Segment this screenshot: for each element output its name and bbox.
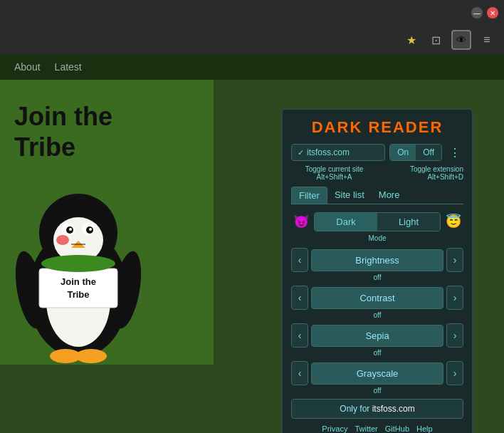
penguin-illustration: Join the Tribe xyxy=(14,165,142,365)
svg-point-9 xyxy=(89,228,92,231)
github-link[interactable]: GitHub xyxy=(385,424,409,433)
popup-title: DARK READER xyxy=(291,118,463,137)
grayscale-row: ‹ Grayscale › xyxy=(291,361,463,385)
twitter-link[interactable]: Twitter xyxy=(355,424,377,433)
brightness-increase-button[interactable]: › xyxy=(446,248,463,272)
mode-dark-button[interactable]: Dark xyxy=(315,213,377,231)
svg-point-12 xyxy=(56,235,69,245)
join-text: Join the Tribe xyxy=(14,101,112,162)
mode-light-button[interactable]: Light xyxy=(377,213,440,231)
grayscale-status: off xyxy=(291,387,463,395)
check-mark: ✓ xyxy=(298,148,304,157)
sepia-decrease-button[interactable]: ‹ xyxy=(291,323,308,348)
site-badge[interactable]: ✓ itsfoss.com xyxy=(291,144,385,161)
extension-toggle-group: On Off xyxy=(389,144,442,161)
contrast-decrease-button[interactable]: ‹ xyxy=(291,286,308,310)
tab-sitelist[interactable]: Site list xyxy=(327,187,372,204)
site-toggle-row: ✓ itsfoss.com On Off ⋮ xyxy=(291,144,463,161)
tab-more[interactable]: More xyxy=(372,187,407,204)
bookmark-icon[interactable]: ★ xyxy=(403,31,420,48)
sepia-status: off xyxy=(291,349,463,357)
penguin-area: Join the Tribe xyxy=(0,80,214,365)
browser-topbar: — ✕ xyxy=(0,0,504,26)
sepia-increase-button[interactable]: › xyxy=(446,323,463,348)
site-toggle-subtitle: Toggle current site Alt+Shift+A xyxy=(291,165,377,181)
brightness-decrease-button[interactable]: ‹ xyxy=(291,248,308,272)
site-navigation: About Latest xyxy=(0,54,504,80)
tabs-row: Filter Site list More xyxy=(291,187,463,204)
menu-icon[interactable]: ≡ xyxy=(478,31,495,48)
ext-toggle-subtitle: Toggle extension Alt+Shift+D xyxy=(377,165,463,181)
close-button[interactable]: ✕ xyxy=(487,7,498,19)
svg-point-20 xyxy=(41,255,115,272)
sepia-row: ‹ Sepia › xyxy=(291,323,463,348)
pocket-icon[interactable]: ⊡ xyxy=(427,31,444,48)
toggle-off-button[interactable]: Off xyxy=(416,145,441,160)
darkreader-extension-icon[interactable]: 👁 xyxy=(451,30,471,50)
only-for-site: itsfoss.com xyxy=(372,404,415,414)
brightness-row: ‹ Brightness › xyxy=(291,248,463,272)
contrast-status: off xyxy=(291,311,463,319)
svg-text:Tribe: Tribe xyxy=(67,289,89,300)
tab-filter[interactable]: Filter xyxy=(291,187,327,204)
darkreader-popup: DARK READER ✓ itsfoss.com On Off ⋮ Toggl… xyxy=(281,108,473,433)
brightness-status: off xyxy=(291,273,463,281)
grayscale-label: Grayscale xyxy=(311,362,443,385)
mode-buttons: Dark Light xyxy=(314,212,441,231)
grayscale-increase-button[interactable]: › xyxy=(446,361,463,385)
sepia-label: Sepia xyxy=(311,325,443,347)
contrast-increase-button[interactable]: › xyxy=(446,286,463,310)
privacy-link[interactable]: Privacy xyxy=(322,424,347,433)
minimize-button[interactable]: — xyxy=(471,7,483,19)
nav-item-about[interactable]: About xyxy=(14,61,41,73)
mode-row: 😈 Dark Light 😇 xyxy=(291,212,463,231)
help-link[interactable]: Help xyxy=(416,424,433,433)
svg-point-8 xyxy=(69,228,72,231)
only-for-prefix: Only for xyxy=(340,404,372,414)
toggle-on-button[interactable]: On xyxy=(390,145,416,160)
contrast-row: ‹ Contrast › xyxy=(291,286,463,310)
grayscale-decrease-button[interactable]: ‹ xyxy=(291,361,308,385)
mode-right-icon: 😇 xyxy=(443,212,463,231)
svg-text:Join the: Join the xyxy=(61,276,96,287)
site-badge-label: itsfoss.com xyxy=(307,147,350,157)
mode-left-icon: 😈 xyxy=(291,212,311,231)
brightness-label: Brightness xyxy=(311,249,443,271)
footer-links: Privacy Twitter GitHub Help xyxy=(291,424,463,433)
only-for-button[interactable]: Only for itsfoss.com xyxy=(291,399,463,419)
svg-rect-17 xyxy=(39,268,117,308)
svg-point-16 xyxy=(75,349,107,363)
toggle-subtitles-row: Toggle current site Alt+Shift+A Toggle e… xyxy=(291,165,463,181)
contrast-label: Contrast xyxy=(311,287,443,309)
menu-dots-icon[interactable]: ⋮ xyxy=(446,146,463,160)
mode-label: Mode xyxy=(291,234,463,242)
nav-item-latest[interactable]: Latest xyxy=(55,61,82,73)
browser-toolbar: ★ ⊡ 👁 ≡ xyxy=(0,26,504,54)
page-background: About Latest Join the Tribe xyxy=(0,54,504,433)
